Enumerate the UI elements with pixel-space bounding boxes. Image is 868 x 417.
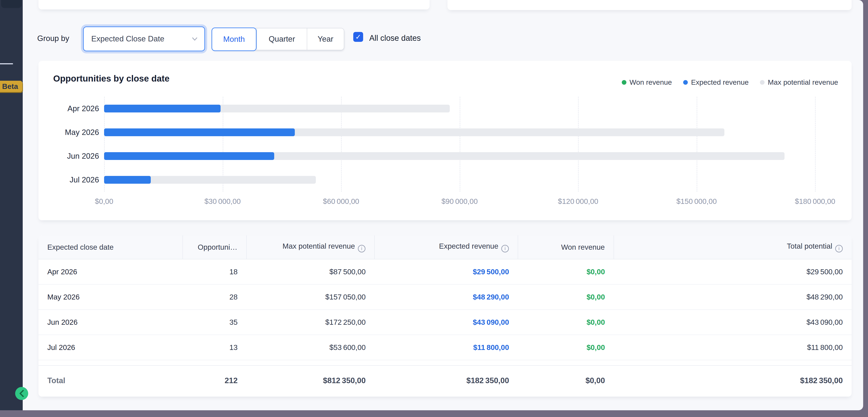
opportunities-table: Expected close date Opportuni… Max poten… [38,235,851,395]
cell-expected: $29 500,00 [374,259,518,284]
cell-won: $0,00 [518,310,614,335]
chart-x-axis: $0,00$30 000,00$60 000,00$90 000,00$120 … [104,197,837,210]
x-axis-tick-label: $60 000,00 [323,197,359,205]
expected-revenue-bar[interactable] [104,176,151,184]
total-won: $0,00 [518,365,614,395]
table-row[interactable]: Jul 2026 13 $53 600,00 $11 800,00 $0,00 … [38,335,851,360]
header-max-potential-revenue[interactable]: Max potential revenuei [246,235,374,259]
chart-bar-row [104,144,837,168]
header-opportunities[interactable]: Opportuni… [183,235,246,259]
cell-expected: $48 290,00 [374,284,518,310]
chart-bar-row [104,121,837,144]
x-axis-tick-label: $90 000,00 [441,197,477,205]
group-by-label: Group by [37,34,69,43]
sidebar-nav-item[interactable] [1,0,22,8]
checkmark-icon: ✓ [355,33,361,41]
chart-category-label: May 2026 [53,121,99,144]
expected-revenue-bar[interactable] [104,128,295,136]
x-axis-tick-label: $0,00 [95,197,113,205]
group-by-value: Expected Close Date [91,34,164,43]
legend-label: Won revenue [629,78,672,86]
period-segmented-control: Month Quarter Year [212,28,344,50]
cell-total: $43 090,00 [614,310,851,335]
cell-won: $0,00 [518,335,614,360]
legend-item-max: Max potential revenue [760,78,838,86]
expected-revenue-dot-icon [683,80,688,85]
chart-category-labels: Apr 2026May 2026Jun 2026Jul 2026 [53,97,99,192]
table-total-row: Total 212 $812 350,00 $182 350,00 $0,00 … [38,365,851,395]
table-row[interactable]: May 2026 28 $157 050,00 $48 290,00 $0,00… [38,284,851,310]
x-axis-tick-label: $150 000,00 [677,197,717,205]
header-label: Max potential revenue [283,242,355,250]
x-axis-tick-label: $120 000,00 [558,197,598,205]
chart-category-label: Jul 2026 [53,168,99,192]
chart-legend: Won revenue Expected revenue Max potenti… [622,78,838,86]
cell-max: $172 250,00 [246,310,374,335]
chart-bar-row [104,168,837,192]
cell-won: $0,00 [518,259,614,284]
header-won-revenue[interactable]: Won revenue [518,235,614,259]
top-card-left [38,0,430,9]
header-expected-revenue[interactable]: Expected revenuei [374,235,518,259]
sidebar-collapse-button[interactable] [15,387,28,400]
table-spacer-row [38,360,851,365]
header-total-potential[interactable]: Total potentiali [614,235,851,259]
header-label: Total potential [787,242,832,250]
cell-date: Jul 2026 [38,335,183,360]
chart-card: Opportunities by close date Won revenue … [38,61,851,220]
header-label: Expected revenue [439,242,498,250]
top-card-right [447,0,851,10]
app-window: Beta Group by Expected Close Date Month … [0,0,863,410]
sidebar: Beta [0,0,23,410]
x-axis-tick-label: $30 000,00 [205,197,241,205]
opportunities-table-card: Expected close date Opportuni… Max poten… [38,235,851,396]
all-close-dates-label: All close dates [369,34,421,43]
chart-bar-row [104,97,837,121]
tab-quarter[interactable]: Quarter [256,28,307,50]
total-label: Total [38,365,183,395]
cell-count: 13 [183,335,246,360]
legend-item-won: Won revenue [622,78,672,86]
legend-label: Expected revenue [691,78,749,86]
chart-category-label: Apr 2026 [53,97,99,121]
cell-total: $11 800,00 [614,335,851,360]
won-revenue-dot-icon [622,80,626,85]
chevron-left-icon [18,389,25,398]
tab-month[interactable]: Month [212,28,256,51]
expected-revenue-bar[interactable] [104,152,274,160]
main-content: Group by Expected Close Date Month Quart… [23,0,863,410]
cell-date: Jun 2026 [38,310,183,335]
x-axis-tick-label: $180 000,00 [795,197,835,205]
chart-title: Opportunities by close date [53,73,169,84]
table-row[interactable]: Apr 2026 18 $87 500,00 $29 500,00 $0,00 … [38,259,851,284]
sidebar-divider [0,63,13,64]
group-by-dropdown[interactable]: Expected Close Date [83,27,205,51]
all-close-dates-checkbox[interactable]: ✓ [353,32,363,42]
cell-total: $29 500,00 [614,259,851,284]
cell-count: 18 [183,259,246,284]
tab-year[interactable]: Year [307,28,344,50]
cell-max: $157 050,00 [246,284,374,310]
expected-revenue-bar[interactable] [104,105,221,113]
header-expected-close-date[interactable]: Expected close date [38,235,183,259]
info-icon[interactable]: i [501,245,509,252]
chevron-down-icon [190,35,199,43]
cell-count: 28 [183,284,246,310]
legend-item-expected: Expected revenue [683,78,749,86]
cell-total: $48 290,00 [614,284,851,310]
total-max: $812 350,00 [246,365,374,395]
legend-label: Max potential revenue [768,78,838,86]
cell-max: $87 500,00 [246,259,374,284]
cell-expected: $11 800,00 [374,335,518,360]
total-total: $182 350,00 [614,365,851,395]
chart-category-label: Jun 2026 [53,144,99,168]
table-header-row: Expected close date Opportuni… Max poten… [38,235,851,259]
table-row[interactable]: Jun 2026 35 $172 250,00 $43 090,00 $0,00… [38,310,851,335]
cell-expected: $43 090,00 [374,310,518,335]
info-icon[interactable]: i [835,245,843,252]
total-expected: $182 350,00 [374,365,518,395]
cell-won: $0,00 [518,284,614,310]
max-potential-revenue-dot-icon [760,80,765,85]
info-icon[interactable]: i [358,245,366,252]
beta-badge: Beta [0,81,22,92]
